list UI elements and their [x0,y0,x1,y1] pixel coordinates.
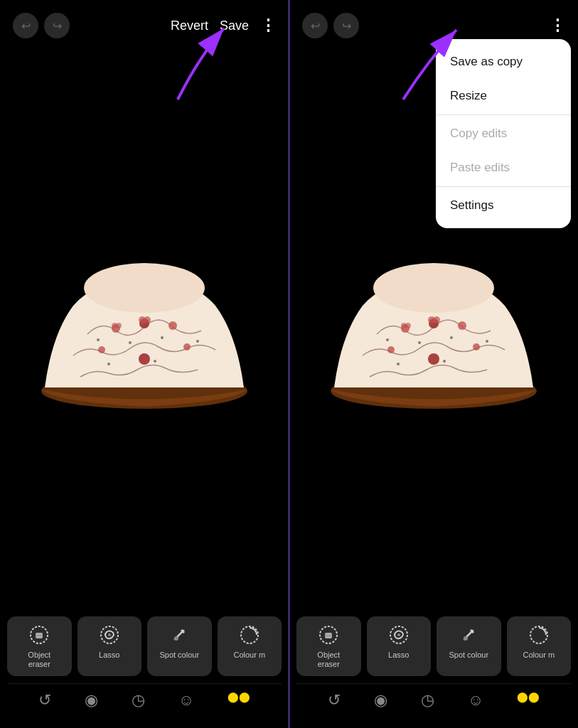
svg-point-8 [144,316,151,323]
svg-point-38 [387,346,395,353]
svg-point-52 [464,636,468,641]
revert-button[interactable]: Revert [171,18,208,33]
svg-point-35 [433,316,440,323]
svg-point-26 [241,626,258,643]
hat-image-right [320,228,547,427]
colour-mix-label: Colour m [233,651,265,660]
right-colour-mix-icon [528,623,550,646]
right-spot-colour-icon [457,623,480,646]
dropdown-divider-2 [436,186,571,187]
left-image-area [0,46,289,609]
right-rotate-icon[interactable]: ↺ [328,691,341,710]
svg-point-13 [97,338,100,341]
save-as-copy-button[interactable]: Save as copy [436,45,571,79]
svg-point-17 [107,363,110,365]
object-eraser-icon [28,623,50,646]
left-timer-icon[interactable]: ◷ [132,691,145,710]
paste-edits-button[interactable]: Paste edits [436,151,571,185]
svg-point-42 [450,336,453,339]
settings-button[interactable]: Settings [436,188,571,223]
right-more-button[interactable]: ⋮ [550,18,565,33]
left-back-button[interactable]: ↩ [13,13,38,38]
right-lasso-label: Lasso [388,651,409,660]
right-dots-icon[interactable]: ⬤⬤ [517,691,540,710]
dropdown-menu: Save as copy Resize Copy edits Paste edi… [436,39,571,228]
right-object-eraser-icon [317,623,340,646]
forward-icon-right: ↪ [342,19,351,33]
svg-point-11 [98,346,105,353]
svg-point-5 [116,323,122,328]
right-emoji-icon[interactable]: ☺ [468,691,483,710]
svg-point-25 [174,636,178,641]
svg-point-39 [473,343,480,350]
svg-point-2 [84,263,205,313]
dropdown-divider-1 [436,114,571,115]
spot-colour-label: Spot colour [159,651,199,660]
left-colour-mix-button[interactable]: Colour m [218,616,282,676]
left-emoji-icon[interactable]: ☺ [178,691,194,710]
left-rotate-icon[interactable]: ↺ [38,691,51,710]
object-eraser-label: Objecteraser [28,651,50,669]
left-dots-icon[interactable]: ⬤⬤ [228,691,250,710]
left-top-bar: ↩ ↪ Revert Save ⋮ [0,0,289,46]
svg-point-32 [405,323,411,328]
svg-point-18 [154,360,156,363]
right-spot-colour-button[interactable]: Spot colour [437,616,501,676]
colour-mix-icon [238,623,261,646]
left-nav-bar: ↺ ◉ ◷ ☺ ⬤⬤ [7,683,282,724]
back-icon: ↩ [21,19,31,33]
left-forward-button[interactable]: ↪ [44,13,70,38]
svg-point-14 [129,341,132,344]
right-action-buttons: ⋮ [550,18,565,33]
forward-icon: ↪ [53,19,62,33]
save-button[interactable]: Save [220,18,249,33]
svg-point-12 [183,343,191,350]
svg-point-40 [386,338,389,341]
right-colour-mix-label: Colour m [523,651,555,660]
right-object-eraser-label: Objecteraser [317,651,340,669]
svg-point-29 [373,263,494,313]
right-back-button[interactable]: ↩ [302,13,328,38]
left-object-eraser-button[interactable]: Objecteraser [7,616,72,676]
svg-point-53 [530,626,547,643]
right-spot-colour-label: Spot colour [449,651,488,660]
svg-point-16 [196,340,199,343]
svg-point-45 [443,360,446,363]
right-lasso-icon [387,623,410,646]
right-object-eraser-button[interactable]: Objecteraser [296,616,361,676]
copy-edits-button[interactable]: Copy edits [436,117,571,151]
svg-point-37 [428,353,439,365]
right-nav-buttons: ↩ ↪ [302,13,359,38]
left-panel: ↩ ↪ Revert Save ⋮ [0,0,289,728]
right-nav-bar: ↺ ◉ ◷ ☺ ⬤⬤ [296,683,571,724]
svg-point-10 [139,353,150,365]
back-icon-right: ↩ [311,19,320,33]
right-layers-icon[interactable]: ◉ [374,691,387,710]
right-lasso-button[interactable]: Lasso [367,616,432,676]
lasso-icon [98,623,121,646]
right-timer-icon[interactable]: ◷ [421,691,434,710]
left-tools-row: Objecteraser Lasso [7,616,282,676]
more-button[interactable]: ⋮ [260,18,276,33]
right-tools-row: Objecteraser Lasso [296,616,571,676]
svg-point-43 [486,340,488,343]
hat-image-left [31,228,258,427]
lasso-label: Lasso [99,651,119,660]
right-panel: ↩ ↪ ⋮ Save as copy Resize Copy edits Pas… [289,0,578,728]
svg-point-23 [108,633,111,636]
left-nav-buttons: ↩ ↪ [13,13,70,38]
svg-point-41 [418,341,421,344]
left-layers-icon[interactable]: ◉ [85,691,98,710]
left-bottom-tools: Objecteraser Lasso [0,609,289,728]
right-forward-button[interactable]: ↪ [333,13,359,38]
resize-button[interactable]: Resize [436,79,571,113]
right-bottom-tools: Objecteraser Lasso [289,609,578,728]
left-spot-colour-button[interactable]: Spot colour [147,616,212,676]
svg-point-44 [397,363,400,365]
svg-point-36 [458,321,466,330]
right-colour-mix-button[interactable]: Colour m [507,616,572,676]
svg-point-9 [168,321,177,330]
spot-colour-icon [168,623,191,646]
left-lasso-button[interactable]: Lasso [77,616,142,676]
svg-point-15 [161,336,164,339]
